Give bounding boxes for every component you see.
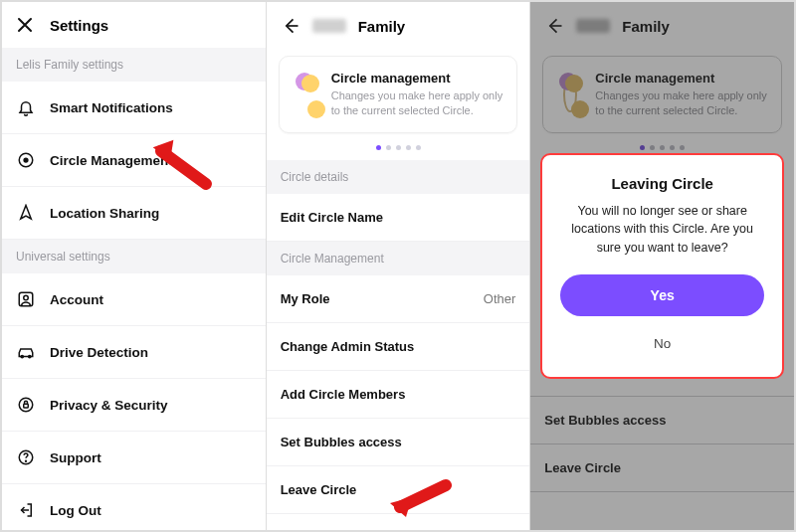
row-drive-detection[interactable]: Drive Detection: [2, 326, 266, 379]
lock-icon: [16, 395, 36, 415]
modal-container: Leaving Circle You will no longer see or…: [530, 2, 794, 530]
row-smart-notifications[interactable]: Smart Notifications: [2, 82, 266, 134]
row-location-sharing[interactable]: Location Sharing: [2, 187, 266, 240]
row-privacy-security[interactable]: Privacy & Security: [2, 379, 266, 432]
row-label: Set Bubbles access: [281, 435, 402, 449]
row-label: Smart Notifications: [50, 100, 173, 115]
row-label: Support: [50, 450, 101, 465]
section-circle-management: Circle Management: [267, 242, 530, 275]
section-family-settings: Lelis Family settings: [2, 48, 266, 82]
navigation-icon: [16, 203, 36, 223]
row-label: Change Admin Status: [281, 339, 415, 354]
row-value: Other: [484, 291, 516, 306]
row-edit-circle-name[interactable]: Edit Circle Name: [267, 194, 530, 242]
annotation-arrow-icon: [151, 139, 221, 194]
settings-header: Settings: [2, 2, 266, 48]
user-icon: [16, 289, 36, 309]
section-universal-settings: Universal settings: [2, 240, 266, 273]
row-change-admin[interactable]: Change Admin Status: [267, 323, 530, 371]
svg-point-3: [24, 295, 29, 300]
row-label: Account: [50, 292, 103, 307]
back-icon[interactable]: [281, 16, 300, 36]
logout-icon: [16, 500, 36, 520]
leave-dialog-panel: Family Circle management Changes you mak…: [530, 2, 794, 530]
row-label: Edit Circle Name: [281, 210, 383, 225]
no-button[interactable]: No: [648, 330, 677, 357]
row-account[interactable]: Account: [2, 273, 266, 326]
card-subtitle: Changes you make here apply only to the …: [331, 89, 503, 118]
dialog-text: You will no longer see or share location…: [560, 202, 764, 256]
svg-point-1: [24, 158, 28, 162]
circle-dot-icon: [16, 150, 36, 170]
pagination-dots: [267, 141, 530, 160]
yes-button[interactable]: Yes: [560, 274, 764, 316]
section-circle-details: Circle details: [267, 160, 530, 194]
settings-title: Settings: [50, 17, 108, 34]
help-icon: [16, 447, 36, 467]
row-label: Location Sharing: [50, 206, 159, 221]
row-label: My Role: [281, 291, 330, 306]
redacted-name: [312, 19, 346, 33]
bell-icon: [16, 97, 36, 117]
circle-panel: Family Circle management Changes you mak…: [267, 2, 531, 530]
annotation-arrow-icon: [386, 477, 456, 522]
row-label: Drive Detection: [50, 345, 148, 360]
row-label: Log Out: [50, 503, 101, 518]
svg-rect-7: [24, 404, 29, 408]
faces-icon: [294, 71, 319, 118]
card-title: Circle management: [331, 71, 503, 86]
settings-panel: Settings Lelis Family settings Smart Not…: [2, 2, 267, 530]
circle-management-card: Circle management Changes you make here …: [279, 56, 518, 133]
row-label: Leave Circle: [281, 482, 357, 497]
row-bubbles-access[interactable]: Set Bubbles access: [267, 419, 530, 466]
circle-header: Family: [267, 2, 530, 50]
close-icon[interactable]: [16, 16, 34, 34]
row-support[interactable]: Support: [2, 432, 266, 484]
row-label: Add Circle Members: [281, 387, 406, 402]
svg-point-9: [26, 460, 27, 461]
row-my-role[interactable]: My Role Other: [267, 275, 530, 323]
leaving-circle-dialog: Leaving Circle You will no longer see or…: [540, 153, 784, 378]
row-log-out[interactable]: Log Out: [2, 484, 266, 530]
circle-title-suffix: Family: [358, 18, 406, 35]
car-icon: [16, 342, 36, 362]
row-circle-management[interactable]: Circle Management: [2, 134, 266, 187]
row-label: Privacy & Security: [50, 398, 168, 413]
row-add-members[interactable]: Add Circle Members: [267, 371, 530, 419]
dialog-title: Leaving Circle: [560, 175, 764, 192]
